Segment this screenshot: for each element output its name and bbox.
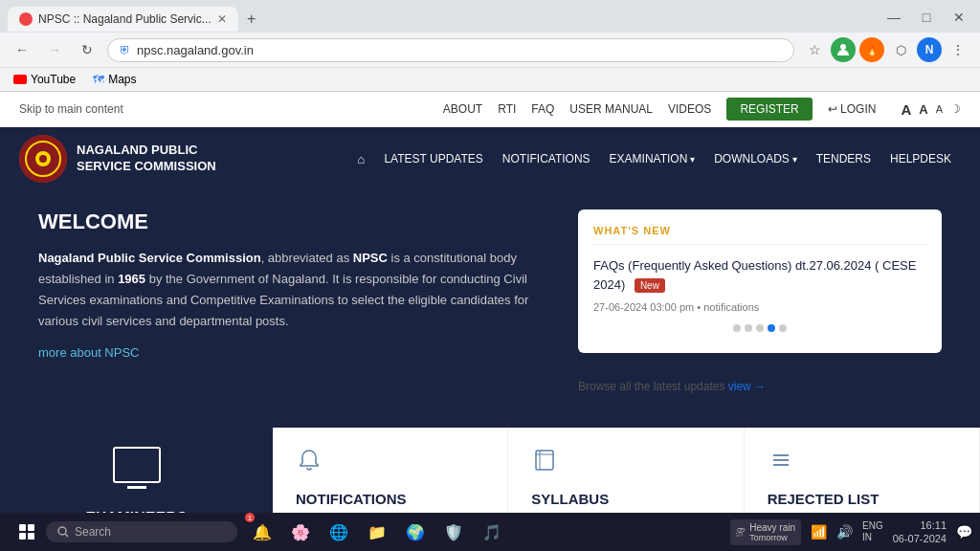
- maps-icon: 🗺: [93, 73, 104, 86]
- rejected-card-icon: [768, 447, 956, 479]
- hero-description: Nagaland Public Service Commission, abbr…: [38, 248, 549, 332]
- extension-btn-1[interactable]: 🔥: [859, 37, 884, 62]
- browser-action-buttons: ☆ 🔥 ⬡ N ⋮: [802, 37, 970, 62]
- website-content: Skip to main content ABOUT RTI FAQ USER …: [0, 92, 980, 551]
- browse-link: Browse all the latest updates view →: [578, 374, 942, 399]
- weather-notification[interactable]: ⛈ Heavy rain Tomorrow: [730, 519, 801, 545]
- taskbar-app-5[interactable]: 🌍: [398, 515, 433, 549]
- hero-left: WELCOME Nagaland Public Service Commissi…: [38, 209, 549, 360]
- svg-point-0: [840, 44, 846, 50]
- taskbar-search[interactable]: Search: [46, 521, 237, 542]
- syllabus-card-title: SYLLABUS: [531, 491, 720, 507]
- usermanual-link[interactable]: USER MANUAL: [569, 102, 653, 116]
- start-button[interactable]: [8, 513, 46, 551]
- examination-nav[interactable]: EXAMINATION: [600, 139, 705, 179]
- org-name: NAGALAND PUBLIC SERVICE COMMISSION: [77, 143, 216, 175]
- notifications-nav[interactable]: NOTIFICATIONS: [493, 139, 600, 179]
- svg-point-4: [39, 155, 47, 163]
- url-bar[interactable]: ⛨ npsc.nagaland.gov.in: [107, 38, 794, 62]
- weather-label: Heavy rain: [749, 522, 795, 533]
- notification-center-btn[interactable]: 💬: [956, 524, 972, 540]
- weather-sublabel: Tomorrow: [749, 533, 795, 542]
- back-button[interactable]: ←: [10, 37, 34, 62]
- helpdesk-nav[interactable]: HELPDESK: [880, 139, 961, 179]
- logo-image: [19, 135, 67, 183]
- home-nav-btn[interactable]: ⌂: [348, 139, 375, 180]
- carousel-dots: [593, 324, 926, 332]
- taskbar-app-icons: 🔔 1 🌸 🌐 📁 🌍 🛡️ 🎵: [245, 515, 509, 549]
- taskbar-app-4[interactable]: 📁: [360, 515, 394, 549]
- news-item-title: FAQs (Frequently Asked Questions) dt.27.…: [593, 256, 926, 294]
- svg-point-9: [58, 527, 66, 535]
- taskbar-app-6[interactable]: 🛡️: [436, 515, 471, 549]
- tenders-nav[interactable]: TENDERS: [807, 139, 880, 179]
- bookmark-maps-label: Maps: [108, 73, 136, 86]
- skip-link[interactable]: Skip to main content: [19, 102, 123, 116]
- taskbar-app-7[interactable]: 🎵: [475, 515, 509, 549]
- taskbar: Search 🔔 1 🌸 🌐 📁 🌍 🛡️ 🎵 ⛈ Heavy rain Tom…: [0, 513, 980, 551]
- bookmark-btn[interactable]: ☆: [802, 37, 827, 62]
- maximize-btn[interactable]: □: [913, 8, 940, 27]
- weather-icon: ⛈: [736, 527, 746, 538]
- hero-section: WELCOME Nagaland Public Service Commissi…: [0, 190, 980, 428]
- tab-title: NPSC :: Nagaland Public Servic...: [38, 12, 212, 26]
- taskbar-right: ⛈ Heavy rain Tomorrow 📶 🔊 ENG IN 16:11 0…: [730, 518, 972, 546]
- taskbar-app-3[interactable]: 🌐: [322, 515, 356, 549]
- bookmarks-bar: YouTube 🗺 Maps: [0, 67, 980, 91]
- font-large-btn[interactable]: A: [901, 101, 911, 118]
- bookmark-maps[interactable]: 🗺 Maps: [89, 71, 140, 88]
- more-options-btn[interactable]: ⋮: [946, 37, 970, 62]
- rti-link[interactable]: RTI: [498, 102, 516, 116]
- font-controls: A A A ☽: [901, 101, 961, 118]
- register-button[interactable]: REGISTER: [726, 98, 812, 121]
- secure-icon: ⛨: [120, 43, 131, 56]
- monitor-icon: [113, 447, 161, 483]
- lang-label: ENG IN: [862, 520, 883, 543]
- notifications-card-title: NOTIFICATIONS: [296, 491, 484, 507]
- more-about-link[interactable]: more about NPSC: [38, 345, 549, 360]
- whats-new-card: WHAT'S NEW FAQs (Frequently Asked Questi…: [578, 209, 942, 353]
- volume-icon: 🔊: [836, 524, 853, 540]
- tab-close-btn[interactable]: ✕: [217, 12, 227, 26]
- svg-rect-5: [536, 451, 553, 470]
- login-button[interactable]: ↩ LOGIN: [828, 102, 877, 116]
- news-meta: 27-06-2024 03:00 pm • notifications: [593, 301, 926, 313]
- taskbar-notif-icon: 🔔: [253, 523, 272, 541]
- dot-3[interactable]: [756, 324, 764, 332]
- taskbar-app-2[interactable]: 🌸: [283, 515, 318, 549]
- dot-4[interactable]: [768, 324, 775, 332]
- close-window-btn[interactable]: ✕: [946, 8, 972, 27]
- downloads-nav[interactable]: DOWNLOADS: [704, 139, 806, 179]
- about-link[interactable]: ABOUT: [443, 102, 482, 116]
- google-account-btn[interactable]: [831, 37, 856, 62]
- view-all-link[interactable]: view →: [728, 380, 766, 393]
- taskbar-notification-btn[interactable]: 🔔 1: [245, 515, 279, 549]
- chrome-profile-btn[interactable]: N: [917, 37, 942, 62]
- refresh-button[interactable]: ↻: [75, 37, 100, 62]
- browser-chrome: NPSC :: Nagaland Public Servic... ✕ + — …: [0, 0, 980, 92]
- rejected-card-title: REJECTED LIST: [768, 491, 956, 507]
- forward-button[interactable]: →: [42, 37, 67, 62]
- main-nav-links: ⌂ LATEST UPDATES NOTIFICATIONS EXAMINATI…: [348, 139, 961, 180]
- whats-new-label: WHAT'S NEW: [593, 225, 926, 245]
- dot-5[interactable]: [779, 324, 787, 332]
- start-icon: [19, 524, 34, 540]
- syllabus-card-icon: [531, 447, 720, 479]
- whats-new-area: WHAT'S NEW FAQs (Frequently Asked Questi…: [578, 209, 942, 399]
- dot-1[interactable]: [733, 324, 741, 332]
- latest-updates-nav[interactable]: LATEST UPDATES: [374, 139, 492, 179]
- main-navigation: NAGALAND PUBLIC SERVICE COMMISSION ⌂ LAT…: [0, 127, 980, 190]
- dark-mode-btn[interactable]: ☽: [950, 102, 961, 116]
- top-bar: Skip to main content ABOUT RTI FAQ USER …: [0, 92, 980, 127]
- bookmark-youtube[interactable]: YouTube: [10, 71, 79, 88]
- tab-favicon: [19, 12, 33, 26]
- dot-2[interactable]: [745, 324, 752, 332]
- videos-link[interactable]: VIDEOS: [668, 102, 711, 116]
- extension-btn-2[interactable]: ⬡: [888, 37, 913, 62]
- active-tab[interactable]: NPSC :: Nagaland Public Servic... ✕: [8, 7, 238, 32]
- font-small-btn[interactable]: A: [936, 103, 943, 115]
- new-tab-button[interactable]: +: [238, 6, 265, 33]
- faq-link[interactable]: FAQ: [531, 102, 554, 116]
- minimize-btn[interactable]: —: [880, 8, 907, 27]
- font-mid-btn[interactable]: A: [919, 102, 927, 117]
